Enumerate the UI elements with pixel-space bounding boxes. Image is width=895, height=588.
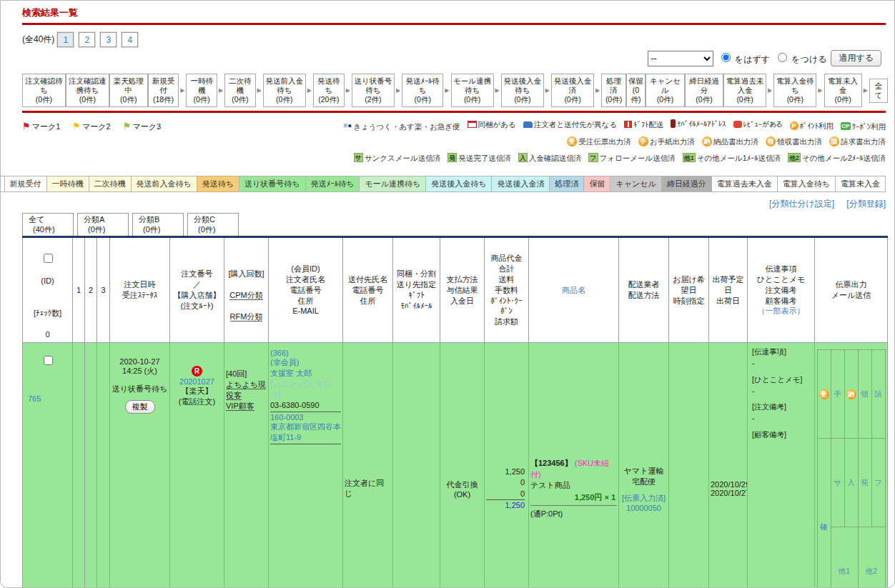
flow-status-box[interactable]: 電算入金待ち(0件): [773, 74, 816, 107]
class-sorting-setting-link[interactable]: [分類仕分け設定]: [769, 199, 834, 209]
slip-status-link[interactable]: [伝票入力済]: [622, 493, 666, 504]
flow-status-box[interactable]: 保留(0件): [626, 74, 646, 107]
flow-status-box[interactable]: 発送前入金待ち(0件): [263, 74, 306, 107]
member-id-link[interactable]: (366): [270, 349, 289, 357]
page-number-button[interactable]: 2: [79, 32, 95, 47]
select-all-checkbox[interactable]: [44, 254, 53, 263]
radio-set-top[interactable]: をつける: [774, 51, 826, 66]
tab-classification[interactable]: 分類A(0件): [77, 213, 129, 236]
status-color-cell: 新規受付: [4, 176, 47, 192]
mail-stamp-icon: フ: [588, 153, 598, 162]
col-order-datetime: 注文日時 受注ｽﾃｰﾀｽ: [110, 236, 170, 343]
flow-status-box[interactable]: 発送待ち(20件): [313, 74, 345, 107]
flow-status-box[interactable]: 発送後入金済(0件): [551, 74, 594, 107]
stamp-confirm[interactable]: 確: [817, 439, 831, 588]
stamp-received-icon: 受: [817, 350, 831, 439]
tab-classification[interactable]: 分類B(0件): [132, 213, 184, 236]
stamp-other1: 他1: [831, 527, 858, 588]
class-register-link[interactable]: [分類登録]: [846, 199, 886, 209]
legend-item: 納納品書出力済: [702, 136, 758, 146]
mark-select-top[interactable]: --: [648, 51, 713, 66]
flow-status-box[interactable]: 二次待機(0件): [224, 74, 256, 107]
duplicate-button[interactable]: 複製: [125, 400, 155, 414]
col-order-number: 注文番号 ／ 【購入店舗】 (注文ﾙｰﾄ): [170, 236, 224, 343]
flow-status-box[interactable]: 送り状番号待ち(2件): [352, 74, 395, 107]
rfm-class: VIP顧客: [226, 402, 254, 411]
stamp-letter: 手: [831, 350, 844, 439]
legend-item: 同梱がある: [468, 121, 516, 129]
stamp-delivery-icon: 納: [844, 350, 858, 439]
stamp-receipt: 領: [858, 350, 871, 439]
status-color-cell: モール連携待ち: [359, 176, 426, 192]
mark-flag-item: ⚑マーク2: [72, 122, 110, 131]
mail-stamp-icon: サ: [354, 153, 363, 162]
legend-item: 発発送完了送信済: [448, 153, 511, 162]
tab-classification[interactable]: 分類C(0件): [187, 213, 239, 236]
flow-status-box[interactable]: モール連携待ち(0件): [451, 74, 494, 107]
apply-button-top[interactable]: 適用する: [831, 50, 881, 66]
flag-icon: ⚑: [22, 121, 31, 131]
shipping-fee: 0: [486, 477, 525, 488]
print-stamp-icon: 手: [638, 136, 648, 146]
order-status: 送り状番号待ち: [112, 384, 168, 394]
flow-status-box[interactable]: 注文確認待ち(0件): [22, 74, 66, 107]
tracking-number-link[interactable]: 10000050: [626, 504, 661, 512]
col-amount: 商品代金 合計 送料 手数料 ﾎﾟｲﾝﾄ・ｸｰ ﾎﾟﾝ 請求額: [485, 236, 529, 343]
page-number-button[interactable]: 1: [57, 32, 74, 47]
member-phone: 03-6380-0590: [270, 400, 341, 412]
status-color-cell: 発送後入金待ち: [425, 176, 492, 192]
tab-classification[interactable]: 全て(40件): [22, 213, 74, 236]
col-product: 商品名: [529, 236, 619, 343]
flow-status-box[interactable]: 全て: [869, 79, 888, 103]
orders-table: (ID) [ﾁｪｯｸ数] 0 1 2 3 注文日時 受注ｽﾃｰﾀｽ 注文番号 ／…: [22, 236, 888, 588]
checked-count: 0: [45, 330, 49, 339]
order-number-link[interactable]: 20201027: [179, 377, 214, 386]
product-code: 【123456】: [530, 459, 573, 467]
total-count-label: (全40件): [22, 34, 54, 46]
page-number-button[interactable]: 3: [100, 32, 117, 47]
icon-legends: きょうつく・あす楽・お急ぎ便同梱がある注文者と送付先が異なるｷﾞﾌﾄ配送ﾓﾊﾞｲ…: [336, 119, 886, 169]
flow-arrow-icon: ▶: [494, 87, 501, 94]
classification-tabs: 全て(40件) 分類A(0件) 分類B(0件) 分類C(0件): [22, 213, 886, 236]
zip-link[interactable]: 160-0003: [270, 413, 304, 422]
order-id-link[interactable]: 765: [24, 394, 71, 403]
actual-ship-date: 2020/10/27: [711, 489, 746, 497]
radio-unset-top[interactable]: をはずす: [718, 51, 770, 66]
product-name-header-link[interactable]: 商品名: [562, 285, 585, 296]
cell-memos: [伝達事項]- [ひとことメモ]- [注文備考]- [顧客備考]: [748, 343, 815, 588]
page-number-button[interactable]: 4: [122, 32, 138, 47]
flow-status-box[interactable]: 処理済(0件): [601, 74, 626, 107]
icon-express: [343, 122, 352, 130]
flow-status-box[interactable]: 電算未入金(0件): [824, 74, 862, 107]
flow-status-box[interactable]: 楽天処理中(0件): [109, 74, 148, 107]
flow-status-box[interactable]: 締日経過分(0件): [685, 74, 723, 107]
flow-status-box[interactable]: 注文確認連携待ち(0件): [66, 74, 109, 107]
page-title: 検索結果一覧: [22, 1, 886, 19]
legend-item: ｸｰﾎﾟﾝ利用: [841, 122, 886, 130]
partial-display-link[interactable]: （一部表示）: [758, 306, 805, 317]
row-checkbox[interactable]: [44, 356, 53, 365]
address-link[interactable]: 東京都新宿区四谷本塩町11-9: [270, 422, 341, 443]
member-kana: [シエンシツ タロウ]: [270, 379, 341, 400]
flow-status-box[interactable]: キャンセル(0件): [646, 74, 685, 107]
member-name-link[interactable]: 支援室 太郎: [270, 368, 312, 379]
icon-coupon: [841, 122, 851, 130]
legend-mail-status: ササンクスメール送信済発発送完了送信済入入金確認送信済フフォローメール送信済他1…: [336, 153, 886, 162]
flow-status-box[interactable]: 電算過去未入金(0件): [723, 74, 766, 107]
flow-status-box[interactable]: 一時待機(0件): [186, 74, 217, 107]
cell-desired-date: [669, 343, 709, 588]
legend-item: ﾓﾊﾞｲﾙﾒｰﾙｱﾄﾞﾚｽ: [671, 119, 726, 128]
flow-arrow-icon: ▶: [306, 87, 313, 94]
icon-gift: [624, 121, 632, 128]
col-bundle: 同梱・分割 送り先指定 ｷﾞﾌﾄ ﾓﾊﾞｲﾙﾒｰﾙ: [393, 236, 440, 343]
col-ship-date: 出荷予定 日 出荷日: [709, 236, 748, 343]
member-type-link[interactable]: (非会員): [270, 357, 299, 368]
flow-status-box[interactable]: 発送ﾒｰﾙ待ち(0件): [402, 74, 443, 107]
col-payment: 支払方法 与信結果 入金日: [440, 236, 485, 343]
rakuten-icon: R: [192, 366, 202, 377]
flow-status-box[interactable]: 新規受付(18件): [148, 74, 179, 107]
legend-print-status: 受受注伝票出力済手お手紙出力済納納品書出力済領領収書出力済請請求書出力済: [336, 136, 886, 146]
item-subtotal: 1,250: [486, 467, 525, 477]
flow-status-box[interactable]: 発送後入金待ち(0件): [501, 74, 544, 107]
divider-red-bottom: [22, 111, 886, 113]
